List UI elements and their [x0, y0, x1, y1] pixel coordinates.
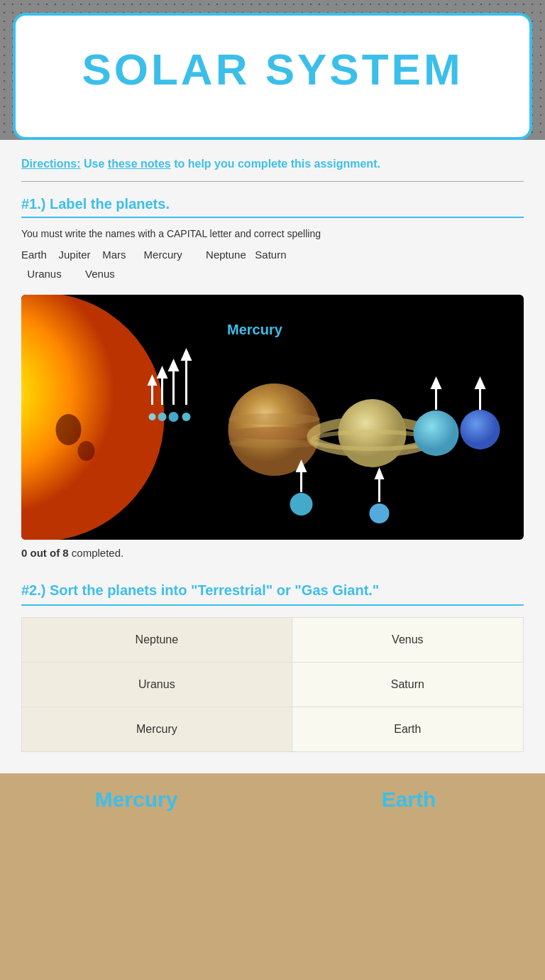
bottom-earth-label: Earth: [272, 773, 545, 826]
section2: #2.) Sort the planets into "Terrestrial"…: [21, 580, 524, 752]
sort-cell-saturn[interactable]: Saturn: [292, 663, 523, 707]
notes-link[interactable]: these notes: [108, 158, 171, 170]
completion-suffix: completed.: [69, 547, 124, 559]
sort-cell-mercury[interactable]: Mercury: [22, 707, 292, 752]
title-card: SOLAR SYSTEM: [13, 13, 532, 140]
svg-point-18: [229, 427, 321, 440]
completion-text: 0 out of 8 completed.: [21, 547, 524, 559]
directions-text2: to help you complete this assignment.: [171, 158, 380, 170]
planet-venus: Venus: [85, 268, 115, 280]
sort-cell-uranus[interactable]: Uranus: [22, 663, 292, 707]
directions-divider: [21, 181, 524, 182]
table-row: Mercury Earth: [22, 707, 524, 752]
svg-point-23: [414, 410, 459, 456]
solar-system-image: Mercury: [21, 295, 524, 540]
sort-cell-earth[interactable]: Earth: [292, 707, 523, 752]
sort-table: Neptune Venus Uranus Saturn Mercury Eart…: [21, 617, 524, 752]
directions-label: Directions:: [21, 158, 81, 170]
directions-text1: Use: [81, 158, 108, 170]
planet-neptune: Neptune: [206, 249, 252, 261]
planet-uranus: Uranus: [21, 268, 82, 280]
svg-point-28: [370, 503, 390, 523]
mercury-image-label: Mercury: [227, 322, 282, 338]
planet-saturn: Saturn: [255, 249, 286, 261]
section2-divider: [21, 604, 524, 606]
completion-count: 0 out of 8: [21, 547, 69, 559]
svg-point-4: [149, 413, 156, 420]
svg-point-7: [158, 413, 167, 421]
page-title: SOLAR SYSTEM: [30, 44, 515, 94]
bottom-labels: Mercury Earth: [0, 773, 545, 826]
svg-point-25: [290, 493, 313, 516]
planet-list: Earth Jupiter Mars Mercury Neptune Satur…: [21, 245, 524, 283]
planet-mars: Mars: [102, 249, 141, 261]
main-content: SOLAR SYSTEM: [0, 0, 545, 140]
instruction-text: You must write the names with a CAPITAL …: [21, 228, 524, 239]
section1-title: #1.) Label the planets.: [21, 196, 524, 212]
section1: #1.) Label the planets. You must write t…: [21, 196, 524, 559]
sort-cell-venus[interactable]: Venus: [292, 618, 523, 663]
directions-block: Directions: Use these notes to help you …: [21, 156, 524, 173]
bottom-mercury-label: Mercury: [0, 773, 272, 826]
planet-earth: Earth: [21, 249, 55, 261]
table-row: Uranus Saturn: [22, 663, 524, 707]
section2-title: #2.) Sort the planets into "Terrestrial"…: [21, 580, 524, 600]
svg-point-3: [78, 441, 95, 461]
white-section: Directions: Use these notes to help you …: [0, 140, 545, 773]
svg-point-17: [229, 413, 321, 425]
sort-cell-neptune[interactable]: Neptune: [22, 618, 292, 663]
svg-point-13: [182, 413, 191, 421]
svg-point-24: [461, 410, 500, 450]
section1-divider: [21, 217, 524, 218]
svg-point-10: [169, 412, 179, 422]
svg-point-2: [56, 414, 82, 445]
planet-jupiter: Jupiter: [59, 249, 100, 261]
svg-point-19: [229, 440, 321, 448]
planet-mercury: Mercury: [144, 249, 203, 261]
table-row: Neptune Venus: [22, 618, 524, 663]
